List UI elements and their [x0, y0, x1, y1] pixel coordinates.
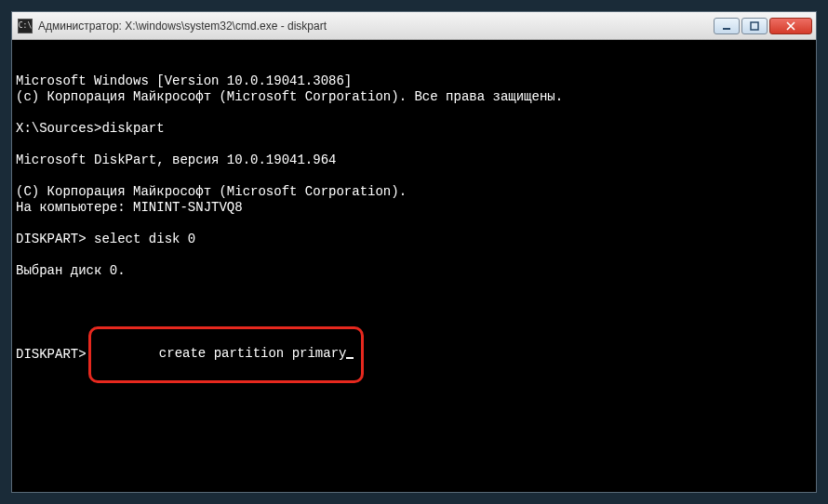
diskpart-prompt: DISKPART>	[16, 347, 87, 363]
close-button[interactable]	[769, 18, 812, 34]
cmd-window: C:\ Администратор: X:\windows\system32\c…	[11, 11, 817, 493]
console-line: (C) Корпорация Майкрософт (Microsoft Cor…	[16, 184, 812, 200]
console-line: X:\Sources>diskpart	[16, 121, 812, 137]
text-cursor	[346, 357, 354, 359]
console-line	[16, 247, 812, 263]
close-icon	[786, 21, 795, 31]
window-controls	[714, 18, 812, 34]
maximize-button[interactable]	[741, 18, 768, 34]
cmd-icon: C:\	[18, 19, 33, 33]
console-line	[16, 216, 812, 232]
console-line: На компьютере: MININT-SNJTVQ8	[16, 200, 812, 216]
titlebar[interactable]: C:\ Администратор: X:\windows\system32\c…	[12, 12, 816, 40]
console-line	[16, 105, 812, 121]
svg-rect-0	[723, 28, 730, 30]
window-title: Администратор: X:\windows\system32\cmd.e…	[38, 20, 714, 33]
console-line: Microsoft Windows [Version 10.0.19041.30…	[16, 73, 812, 89]
console-line: (c) Корпорация Майкрософт (Microsoft Cor…	[16, 89, 812, 105]
console-line	[16, 137, 812, 153]
maximize-icon	[750, 21, 759, 31]
console-line: Выбран диск 0.	[16, 263, 812, 279]
console-line	[16, 279, 812, 295]
console-line	[16, 168, 812, 184]
current-prompt-line: DISKPART> create partition primary	[16, 326, 812, 383]
svg-rect-1	[751, 22, 758, 30]
console-line: DISKPART> select disk 0	[16, 232, 812, 247]
command-text: create partition primary	[159, 346, 347, 361]
console-output[interactable]: Microsoft Windows [Version 10.0.19041.30…	[12, 40, 816, 492]
highlighted-command: create partition primary	[88, 326, 365, 383]
minimize-button[interactable]	[714, 18, 740, 34]
console-line: Microsoft DiskPart, версия 10.0.19041.96…	[16, 153, 812, 168]
minimize-icon	[722, 21, 731, 31]
